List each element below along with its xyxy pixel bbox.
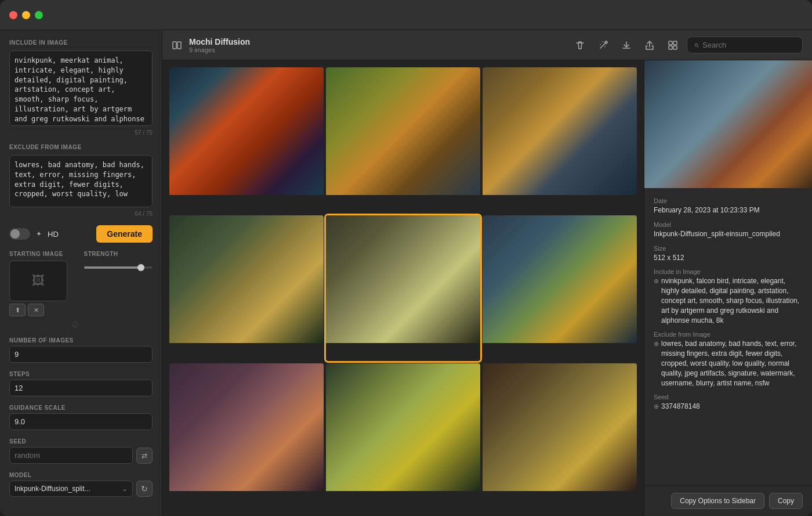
strength-track[interactable]	[84, 266, 153, 269]
main-area: Mochi Diffusion 9 images	[162, 30, 812, 516]
download-button[interactable]	[617, 36, 636, 55]
steps-input[interactable]	[9, 380, 153, 396]
share-button[interactable]	[640, 36, 659, 55]
generate-button[interactable]: Generate	[96, 225, 153, 243]
layout-button[interactable]	[664, 36, 682, 55]
grid-item-1[interactable]	[169, 67, 324, 213]
model-select[interactable]: Inkpunk-Diffusion_split... ⌄	[9, 481, 133, 497]
model-label: Model	[9, 472, 153, 478]
exclude-detail-icon: ⊕	[654, 340, 659, 348]
guidance-group: Guidance Scale	[9, 405, 153, 430]
detail-model: Model Inkpunk-Diffusion_split-einsum_com…	[654, 221, 803, 239]
chevron-down-icon: ⌄	[122, 485, 128, 493]
upload-placeholder-icon: 🖼	[32, 273, 45, 288]
exclude-char-count: 64 / 75	[9, 211, 153, 217]
grid-item-4[interactable]	[169, 215, 324, 361]
left-sidebar: Include in Image 57 / 75 Exclude from Im…	[0, 30, 162, 516]
date-value: February 28, 2023 at 10:23:33 PM	[654, 205, 803, 215]
search-input[interactable]	[702, 41, 795, 49]
wand-icon	[598, 40, 608, 50]
size-label: Size	[654, 245, 803, 252]
size-value: 512 x 512	[654, 253, 803, 263]
svg-rect-8	[673, 41, 677, 45]
svg-rect-7	[669, 41, 672, 45]
share-icon	[644, 40, 655, 50]
maximize-button[interactable]	[35, 11, 43, 19]
guidance-input[interactable]	[9, 413, 153, 430]
seed-group: Seed ⇄	[9, 438, 153, 464]
strength-slider-area	[84, 257, 153, 269]
delete-button[interactable]	[571, 36, 589, 55]
strength-col: Strength	[84, 251, 153, 329]
search-box	[687, 37, 803, 53]
grid-item-9[interactable]	[483, 363, 637, 509]
exclude-detail-value: lowres, bad anatomy, bad hands, text, er…	[661, 339, 803, 388]
collection-info: Mochi Diffusion 9 images	[189, 37, 564, 53]
guidance-label: Guidance Scale	[9, 405, 153, 411]
detail-seed: Seed ⊕ 3374878148	[654, 394, 803, 412]
strength-label: Strength	[84, 251, 153, 257]
num-images-group: Number of Images	[9, 337, 153, 363]
steps-group: Steps	[9, 371, 153, 396]
model-refresh-btn[interactable]: ↻	[136, 481, 153, 497]
clear-image-btn[interactable]: ✕	[28, 304, 44, 316]
search-icon	[694, 41, 699, 49]
seed-random-btn[interactable]: ⇄	[136, 448, 153, 464]
exclude-textarea[interactable]	[9, 155, 153, 207]
grid-item-3[interactable]	[483, 67, 637, 213]
right-panel-details: Date February 28, 2023 at 10:23:33 PM Mo…	[644, 188, 812, 485]
seed-detail-value: 3374878148	[661, 402, 700, 412]
grid-item-7[interactable]	[169, 363, 324, 509]
shuffle-icon: ⇄	[142, 452, 147, 460]
model-detail-value: Inkpunk-Diffusion_split-einsum_compiled	[654, 229, 803, 239]
minimize-button[interactable]	[22, 11, 30, 19]
upload-icon: ⬆	[15, 306, 20, 314]
seed-detail-value-wrap: ⊕ 3374878148	[654, 402, 803, 412]
include-label: Include in Image	[9, 39, 153, 46]
detail-size: Size 512 x 512	[654, 245, 803, 263]
sidebar-toggle-button[interactable]	[172, 40, 182, 50]
include-detail-icon: ⊕	[654, 277, 659, 286]
copy-button[interactable]: Copy	[769, 493, 803, 509]
image-upload-box[interactable]: 🖼	[9, 261, 67, 301]
detail-include: Include in Image ⊕ nvinkpunk, falcon bir…	[654, 268, 803, 325]
info-icon: ⓘ	[72, 321, 78, 328]
strength-thumb[interactable]	[137, 264, 144, 271]
magic-button[interactable]	[594, 36, 612, 55]
close-button[interactable]	[9, 11, 17, 19]
num-images-label: Number of Images	[9, 337, 153, 344]
model-select-value: Inkpunk-Diffusion_split...	[14, 485, 90, 493]
seed-input[interactable]	[9, 447, 133, 464]
collection-title: Mochi Diffusion	[189, 37, 564, 46]
upload-image-btn[interactable]: ⬆	[9, 304, 26, 316]
include-detail-value: nvinkpunk, falcon bird, intricate, elega…	[661, 276, 803, 325]
svg-line-12	[697, 46, 698, 47]
grid-item-8[interactable]	[326, 363, 480, 509]
grid-item-5[interactable]	[326, 215, 480, 361]
svg-rect-9	[669, 46, 672, 49]
hd-label: HD	[48, 230, 59, 239]
hd-generate-row: ✦ HD Generate	[9, 225, 153, 243]
refresh-icon: ↻	[141, 484, 148, 493]
num-images-input[interactable]	[9, 346, 153, 363]
grid-item-6[interactable]	[483, 215, 637, 361]
svg-rect-0	[173, 42, 176, 49]
sidebar-icon	[172, 40, 182, 50]
seed-row: ⇄	[9, 447, 153, 464]
image-grid-area: Date February 28, 2023 at 10:23:33 PM Mo…	[162, 60, 812, 516]
hd-toggle[interactable]	[9, 228, 30, 240]
include-textarea[interactable]	[9, 50, 153, 126]
exclude-field-group: Exclude from Image 64 / 75	[9, 144, 153, 217]
download-icon	[621, 40, 632, 50]
starting-image-label: Starting Image	[9, 251, 78, 257]
grid-item-2[interactable]	[326, 67, 480, 213]
right-panel: Date February 28, 2023 at 10:23:33 PM Mo…	[644, 60, 812, 516]
exclude-detail-value-wrap: ⊕ lowres, bad anatomy, bad hands, text, …	[654, 339, 803, 388]
steps-label: Steps	[9, 371, 153, 377]
traffic-lights	[9, 11, 43, 19]
svg-point-11	[695, 44, 698, 46]
toolbar: Mochi Diffusion 9 images	[162, 30, 812, 60]
copy-options-button[interactable]: Copy Options to Sidebar	[671, 493, 764, 509]
strength-fill	[84, 266, 139, 269]
svg-rect-1	[177, 42, 181, 49]
